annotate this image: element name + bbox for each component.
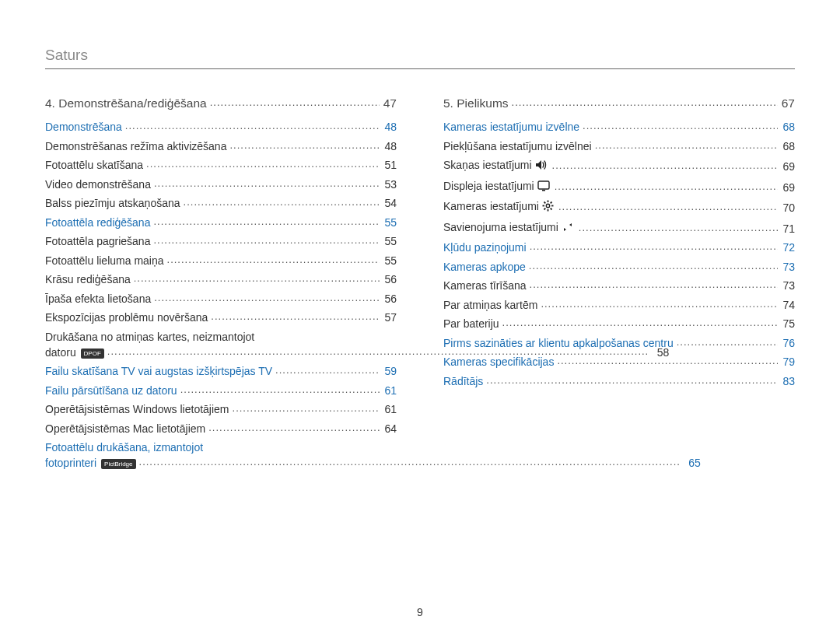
section-label-line2: fotoprinteri	[45, 457, 96, 469]
toc-sub-row[interactable]: Balss piezīmju atskaņošana54	[45, 195, 397, 211]
sound-icon	[535, 159, 548, 174]
toc-sub-row[interactable]: Fotoattēlu skatīšana51	[45, 157, 397, 173]
section-row[interactable]: Kameras iestatījumu izvēlne 68	[443, 119, 795, 135]
leader-dots	[122, 118, 380, 134]
svg-point-2	[546, 204, 549, 207]
section-row[interactable]: Failu skatīšana TV vai augstas izšķirtsp…	[45, 363, 397, 379]
pictbridge-badge: PictBridge	[101, 459, 135, 469]
section-label-line1: Fotoattēlu drukāšana, izmantojot	[45, 440, 397, 455]
section-row[interactable]: Kameras apkope 73	[443, 259, 795, 275]
display-icon	[537, 180, 550, 195]
toc-sub-row[interactable]: Par atmiņas kartēm74	[443, 297, 795, 313]
svg-line-10	[544, 208, 545, 210]
toc-sub-row[interactable]: Skaņas iestatījumi 69	[443, 157, 795, 174]
section-row[interactable]: Fotoattēla rediģēšana 55	[45, 215, 397, 230]
chapter-page: 67	[778, 96, 795, 111]
toc-sub-row[interactable]: Kameras tīrīšana73	[443, 278, 795, 293]
section-row[interactable]: Rādītājs 83	[443, 373, 795, 389]
toc-sub-row[interactable]: Drukāšana no atmiņas kartes, neizmantojo…	[45, 329, 397, 360]
svg-line-7	[544, 202, 545, 204]
toc-sub-row[interactable]: Īpaša efekta lietošana56	[45, 291, 397, 306]
section-row[interactable]: Kļūdu paziņojumi 72	[443, 240, 795, 255]
sub-label-line2: datoru	[45, 346, 76, 359]
toc-sub-row[interactable]: Ekspozīcijas problēmu novēršana57	[45, 310, 397, 325]
toc-sub-row[interactable]: Kameras iestatījumi 70	[443, 198, 795, 215]
svg-rect-0	[538, 181, 549, 189]
toc-sub-row[interactable]: Piekļūšana iestatījumu izvēlnei68	[443, 138, 795, 154]
sub-label-line1: Drukāšana no atmiņas kartes, neizmantojo…	[45, 329, 397, 345]
right-column: 5. Pielikums 67 Kameras iestatījumu izvē…	[443, 94, 795, 475]
svg-rect-1	[542, 190, 545, 191]
connection-icon	[562, 221, 574, 236]
toc-sub-row[interactable]: Operētājsistēmas Windows lietotājiem61	[45, 401, 397, 417]
chapter-row[interactable]: 5. Pielikums 67	[443, 96, 795, 111]
chapter-page: 47	[380, 96, 397, 111]
toc-sub-row[interactable]: Krāsu rediģēšana56	[45, 271, 397, 287]
gear-icon	[542, 200, 554, 215]
left-column: 4. Demonstrēšana/rediģēšana 47 Demonstrē…	[45, 94, 397, 475]
svg-line-9	[551, 202, 552, 204]
chapter-label: 5. Pielikums	[443, 96, 509, 111]
toc-sub-row[interactable]: Displeja iestatījumi 69	[443, 178, 795, 195]
toc-sub-row[interactable]: Fotoattēla pagriešana55	[45, 233, 397, 249]
dpof-badge: DPOF	[81, 349, 104, 359]
leader-dots	[207, 95, 380, 110]
toc-sub-row[interactable]: Demonstrēšanas režīma aktivizēšana48	[45, 138, 397, 154]
section-row[interactable]: Fotoattēlu drukāšana, izmantojot fotopri…	[45, 440, 397, 471]
section-row[interactable]: Demonstrēšana 48	[45, 119, 397, 135]
section-label: Fotoattēla rediģēšana	[45, 215, 150, 230]
toc-sub-row[interactable]: Operētājsistēmas Mac lietotājiem64	[45, 421, 397, 436]
page-title: Saturs	[45, 47, 795, 69]
section-label: Demonstrēšana	[45, 119, 122, 135]
page-number: 9	[0, 606, 840, 618]
toc-sub-row[interactable]: Video demonstrēšana53	[45, 177, 397, 192]
toc-columns: 4. Demonstrēšana/rediģēšana 47 Demonstrē…	[45, 94, 795, 475]
section-page: 48	[380, 119, 397, 135]
toc-sub-row[interactable]: Fotoattēlu lieluma maiņa55	[45, 253, 397, 268]
toc-sub-row[interactable]: Savienojuma iestatījumi 71	[443, 219, 795, 236]
section-row[interactable]: Failu pārsūtīšana uz datoru 61	[45, 383, 397, 398]
toc-sub-row[interactable]: Par bateriju75	[443, 316, 795, 331]
chapter-row[interactable]: 4. Demonstrēšana/rediģēšana 47	[45, 96, 397, 111]
chapter-label: 4. Demonstrēšana/rediģēšana	[45, 96, 207, 111]
page: Saturs 4. Demonstrēšana/rediģēšana 47 De…	[0, 0, 840, 634]
svg-line-8	[551, 208, 552, 210]
